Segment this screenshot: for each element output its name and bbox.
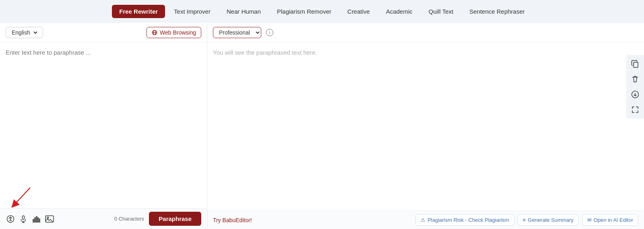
left-panel: English Spanish French German Web Browsi… xyxy=(0,23,207,229)
app-container: Free Rewriter Text Improver Near Human P… xyxy=(0,0,644,229)
globe-icon xyxy=(152,30,157,35)
nav-creative[interactable]: Creative xyxy=(340,5,377,18)
plagiarism-check-label: Plagiarism Risk - Check Plagiarism xyxy=(427,217,509,223)
equalizer-icon xyxy=(32,215,40,223)
right-output: You will see the paraphrased text here. xyxy=(207,43,644,211)
upload-icon xyxy=(6,215,14,223)
top-nav: Free Rewriter Text Improver Near Human P… xyxy=(0,0,644,23)
nav-quill-text[interactable]: Quill Text xyxy=(421,5,460,18)
expand-button[interactable] xyxy=(630,104,641,115)
svg-rect-11 xyxy=(38,218,39,222)
try-babu-link[interactable]: Try BabuEditor! xyxy=(213,217,252,223)
download-icon xyxy=(631,90,639,98)
download-button[interactable] xyxy=(630,89,641,100)
delete-button[interactable] xyxy=(630,74,641,85)
nav-academic[interactable]: Academic xyxy=(379,5,420,18)
open-ai-editor-button[interactable]: ✉ Open in AI Editor xyxy=(582,214,638,226)
left-footer-icons xyxy=(6,214,55,224)
nav-free-rewriter[interactable]: Free Rewriter xyxy=(112,5,165,18)
nav-sentence-rephraser[interactable]: Sentence Rephraser xyxy=(462,5,532,18)
paraphrase-button[interactable]: Paraphrase xyxy=(149,212,201,226)
ai-editor-icon: ✉ xyxy=(587,217,592,223)
svg-rect-12 xyxy=(39,219,40,222)
open-ai-editor-label: Open in AI Editor xyxy=(594,217,633,223)
nav-text-improver[interactable]: Text Improver xyxy=(167,5,218,18)
right-footer: Try BabuEditor! ⚠ Plagiarism Risk - Chec… xyxy=(207,211,644,229)
image-icon-btn[interactable] xyxy=(44,214,55,224)
input-textarea[interactable] xyxy=(0,43,207,208)
generate-summary-button[interactable]: ≡ Generate Summary xyxy=(518,214,579,226)
delete-icon xyxy=(631,75,639,83)
right-toolbar: Standard Fluency Formal Academic Simple … xyxy=(207,23,644,43)
left-toolbar: English Spanish French German Web Browsi… xyxy=(0,23,207,43)
main-content: English Spanish French German Web Browsi… xyxy=(0,23,644,229)
nav-plagiarism-remover[interactable]: Plagiarism Remover xyxy=(270,5,339,18)
generate-summary-label: Generate Summary xyxy=(528,217,573,223)
svg-rect-5 xyxy=(23,216,25,219)
nav-near-human[interactable]: Near Human xyxy=(219,5,268,18)
image-icon xyxy=(45,215,54,223)
expand-icon xyxy=(631,106,639,114)
left-footer: 0 Characters Paraphrase xyxy=(0,208,207,229)
right-footer-buttons: ⚠ Plagiarism Risk - Check Plagiarism ≡ G… xyxy=(415,214,638,226)
char-count: 0 Characters xyxy=(114,216,144,222)
svg-rect-8 xyxy=(33,219,34,222)
svg-rect-9 xyxy=(35,218,35,222)
web-browsing-button[interactable]: Web Browsing xyxy=(147,27,201,38)
upload-icon-btn[interactable] xyxy=(6,214,15,224)
mode-dropdown[interactable]: Standard Fluency Formal Academic Simple … xyxy=(213,27,261,38)
summary-icon: ≡ xyxy=(523,217,526,223)
plagiarism-icon: ⚠ xyxy=(421,217,425,223)
microphone-icon-btn[interactable] xyxy=(19,214,28,224)
language-selector[interactable]: English Spanish French German xyxy=(6,27,43,38)
web-browsing-label: Web Browsing xyxy=(160,29,196,36)
output-placeholder: You will see the paraphrased text here. xyxy=(213,49,317,56)
equalizer-icon-btn[interactable] xyxy=(31,214,41,224)
svg-point-14 xyxy=(47,217,49,219)
info-icon[interactable]: i xyxy=(266,29,273,36)
svg-rect-15 xyxy=(634,62,638,67)
copy-icon xyxy=(631,60,639,68)
svg-rect-10 xyxy=(36,217,37,222)
microphone-icon xyxy=(19,215,27,223)
plagiarism-check-button[interactable]: ⚠ Plagiarism Risk - Check Plagiarism xyxy=(415,214,514,226)
mode-selector[interactable]: Standard Fluency Formal Academic Simple … xyxy=(213,27,261,38)
right-panel: Standard Fluency Formal Academic Simple … xyxy=(207,23,644,229)
copy-button[interactable] xyxy=(630,58,641,70)
right-side-icons xyxy=(626,55,644,119)
language-dropdown[interactable]: English Spanish French German xyxy=(10,29,39,36)
